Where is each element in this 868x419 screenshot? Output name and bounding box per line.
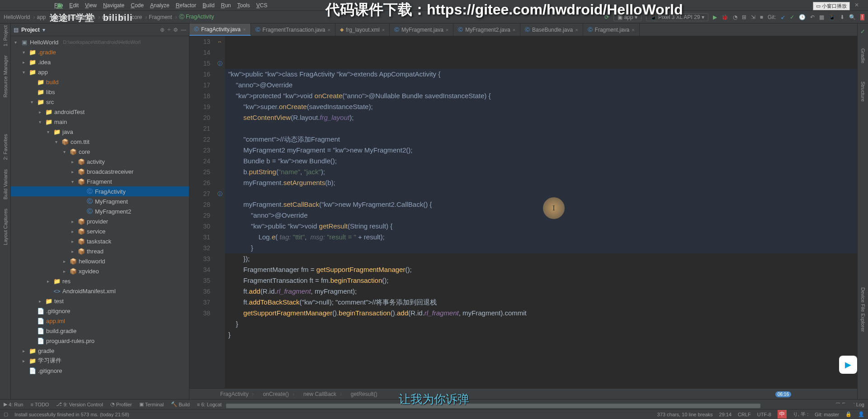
tree-item[interactable]: ⒸMyFragment bbox=[11, 196, 189, 206]
toolwin-todo[interactable]: ≡ TODO bbox=[30, 402, 49, 407]
breadcrumb-item[interactable]: core bbox=[132, 14, 147, 20]
attach-icon[interactable]: ⇲ bbox=[751, 14, 755, 20]
tree-item[interactable]: ▸📦taskstack bbox=[11, 236, 189, 246]
tree-item[interactable]: ▸📦xgvideo bbox=[11, 266, 189, 276]
tree-item[interactable]: ⒸFragActivity bbox=[11, 186, 189, 196]
status-git[interactable]: Git: master bbox=[815, 412, 839, 417]
analyze-ok-icon[interactable]: ✓ bbox=[860, 28, 865, 35]
tree-item[interactable]: ▸📁.idea bbox=[11, 57, 189, 67]
tree-item[interactable]: 📄app.iml bbox=[11, 316, 189, 326]
menu-vcs[interactable]: VCS bbox=[256, 2, 268, 9]
horizontal-scrollbar[interactable] bbox=[226, 404, 854, 408]
toolwin-build[interactable]: 🔨 Build bbox=[171, 401, 189, 407]
status-line-sep[interactable]: CRLF bbox=[738, 412, 751, 417]
menu-tools[interactable]: Tools bbox=[237, 2, 250, 9]
tree-item[interactable]: ▾📦Fragment bbox=[11, 176, 189, 186]
status-lock-icon[interactable]: 🔒 bbox=[845, 411, 852, 417]
vcs-history-icon[interactable]: 🕒 bbox=[799, 14, 806, 20]
menu-edit[interactable]: Edit bbox=[69, 2, 79, 9]
crumb-method[interactable]: onCreate() bbox=[259, 390, 298, 398]
mini-window-button[interactable]: ▭ 小窗口播放 bbox=[813, 2, 850, 10]
menu-code[interactable]: Code bbox=[131, 2, 144, 9]
tree-item[interactable]: ▸📁学习课件 bbox=[11, 356, 189, 366]
breadcrumb-root[interactable]: HelloWorld bbox=[4, 14, 35, 20]
menu-refactor[interactable]: Refactor bbox=[176, 2, 196, 9]
tree-item[interactable]: ▸📁res bbox=[11, 276, 189, 286]
sdk-icon[interactable]: ⬇ bbox=[840, 14, 844, 20]
tab-close-icon[interactable]: × bbox=[446, 27, 448, 33]
tool-resource-manager[interactable]: Resource Manager bbox=[3, 55, 8, 98]
tool-layout-captures[interactable]: Layout Captures bbox=[3, 209, 8, 245]
status-mem-icon[interactable]: 👤 bbox=[858, 411, 864, 417]
tree-item[interactable]: ▸📦service bbox=[11, 226, 189, 236]
tree-item[interactable]: ▾📦com.ttit bbox=[11, 137, 189, 147]
settings-icon[interactable]: ⚙ bbox=[173, 27, 178, 33]
tree-item[interactable]: ▸📦provider bbox=[11, 216, 189, 226]
menu-navigate[interactable]: Navigate bbox=[103, 2, 124, 9]
help-icon[interactable]: ! bbox=[860, 14, 864, 20]
avd-icon[interactable]: 📱 bbox=[829, 14, 835, 20]
hide-icon[interactable]: — bbox=[181, 27, 186, 33]
mini-window-close[interactable]: ✕ bbox=[854, 2, 859, 8]
tab-close-icon[interactable]: × bbox=[328, 27, 330, 33]
editor-tab[interactable]: ◆frg_layout.xml× bbox=[335, 24, 390, 36]
tree-item[interactable]: ▸📦helloworld bbox=[11, 256, 189, 266]
tree-item[interactable]: ▸📁androidTest bbox=[11, 107, 189, 117]
menu-analyze[interactable]: Analyze bbox=[150, 2, 170, 9]
crumb-inner[interactable]: getResult() bbox=[347, 390, 381, 398]
toolwin-terminal[interactable]: ▣ Terminal bbox=[139, 401, 164, 407]
menu-build[interactable]: Build bbox=[203, 2, 215, 9]
toolwin-profiler[interactable]: ◔ Profiler bbox=[110, 401, 132, 407]
toolwin-vc[interactable]: ⎇ 9: Version Control bbox=[56, 401, 103, 407]
tool-project[interactable]: 1: Project bbox=[3, 25, 8, 46]
project-tree[interactable]: ▾▣ HelloWorld D:\workspace\ttit\android\… bbox=[11, 36, 189, 399]
tree-item[interactable]: ▾📁src bbox=[11, 97, 189, 107]
tool-structure[interactable]: Structure bbox=[860, 81, 866, 102]
tree-item[interactable]: 📄build.gradle bbox=[11, 326, 189, 336]
editor-tab[interactable]: ⒸMyFragment.java× bbox=[390, 24, 453, 36]
tool-device-explorer[interactable]: Device File Explorer bbox=[860, 287, 866, 332]
tree-item[interactable]: 📄.gitignore bbox=[11, 366, 189, 376]
tree-item[interactable]: ▸📦broadcastreceiver bbox=[11, 167, 189, 176]
breadcrumb-item[interactable]: Fragment bbox=[149, 14, 177, 20]
tool-favorites[interactable]: 2: Favorites bbox=[3, 134, 8, 160]
bilibili-float-icon[interactable]: ▶ bbox=[839, 356, 857, 374]
tab-close-icon[interactable]: × bbox=[575, 27, 578, 33]
status-corner-icon[interactable]: ▢ bbox=[4, 411, 8, 417]
tree-item[interactable]: ▾📁java bbox=[11, 127, 189, 137]
search-icon[interactable]: 🔍 bbox=[849, 14, 856, 20]
editor-tab[interactable]: ⒸBaseBundle.java× bbox=[520, 24, 583, 36]
tree-item[interactable]: ▸📁gradle bbox=[11, 346, 189, 356]
stop-icon[interactable]: ■ bbox=[760, 14, 763, 20]
tree-item[interactable]: 📄proguard-rules.pro bbox=[11, 336, 189, 346]
scrollbar-thumb[interactable] bbox=[226, 404, 760, 408]
tree-item[interactable]: ▾📁main bbox=[11, 117, 189, 127]
tree-item[interactable]: ⒸMyFragment2 bbox=[11, 206, 189, 216]
ime-indicator[interactable]: 中 bbox=[778, 410, 787, 419]
layout-inspector-icon[interactable]: ▦ bbox=[819, 14, 824, 20]
tree-item[interactable]: ▾📦core bbox=[11, 147, 189, 157]
menu-view[interactable]: View bbox=[85, 2, 97, 9]
menu-run[interactable]: Run bbox=[221, 2, 231, 9]
coverage-icon[interactable]: ⊞ bbox=[742, 14, 746, 20]
breadcrumb-leaf[interactable]: Ⓒ FragActivity bbox=[179, 13, 214, 21]
tree-item[interactable]: ▸📁test bbox=[11, 296, 189, 306]
tree-item[interactable]: ▸📦activity bbox=[11, 157, 189, 167]
toolwin-logcat[interactable]: ≡ 6: Logcat bbox=[197, 402, 222, 407]
breadcrumb-item[interactable]: app bbox=[37, 14, 51, 20]
select-opened-file-icon[interactable]: ⊕ bbox=[160, 27, 165, 33]
debug-icon[interactable]: 🐞 bbox=[722, 14, 728, 20]
tree-item[interactable]: 📄.gitignore bbox=[11, 306, 189, 316]
crumb-anon[interactable]: new CallBack bbox=[300, 390, 345, 398]
status-encoding[interactable]: UTF-8 bbox=[757, 412, 771, 417]
tab-close-icon[interactable]: × bbox=[632, 27, 634, 33]
editor-tab[interactable]: ⒸFragmentTransaction.java× bbox=[251, 24, 335, 36]
editor-tab[interactable]: ⒸMyFragment2.java× bbox=[453, 24, 520, 36]
vcs-revert-icon[interactable]: ↶ bbox=[810, 14, 815, 20]
code-editor[interactable]: "kw">public "kw">class FragActivity "kw"… bbox=[225, 36, 857, 388]
tab-close-icon[interactable]: × bbox=[382, 27, 385, 33]
crumb-class[interactable]: FragActivity bbox=[217, 390, 258, 398]
status-caret[interactable]: 29:14 bbox=[719, 412, 732, 417]
tool-build-variants[interactable]: Build Variants bbox=[3, 169, 8, 200]
editor-tab[interactable]: ⒸFragActivity.java× bbox=[189, 24, 251, 36]
